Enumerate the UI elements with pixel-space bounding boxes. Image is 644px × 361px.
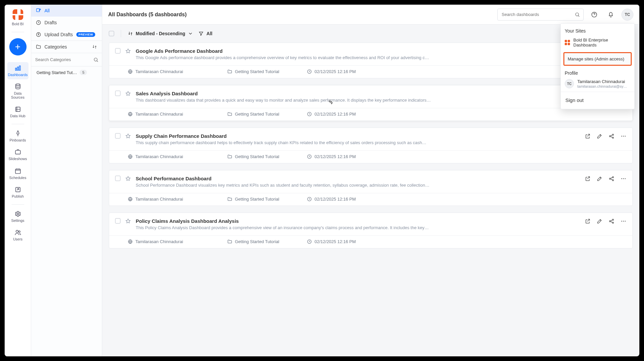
open-new-tab-icon[interactable] xyxy=(585,133,591,139)
manage-sites-button[interactable]: Manage sites (Admin access) xyxy=(563,52,632,66)
search-icon[interactable] xyxy=(575,12,580,17)
filter-label: All xyxy=(206,31,212,36)
nav-upload-drafts[interactable]: Upload Drafts PREVIEW xyxy=(31,29,102,41)
profile-label: Profile xyxy=(561,68,634,77)
search-dashboards-input[interactable] xyxy=(501,12,575,17)
modified-time: 02/12/2025 12:16 PM xyxy=(315,154,356,159)
site-row[interactable]: Bold BI Enterprise Dashboards xyxy=(561,35,634,50)
clock-icon xyxy=(307,197,312,202)
favorite-star-icon[interactable] xyxy=(125,176,131,182)
svg-point-37 xyxy=(623,136,624,137)
rail-item-datahub[interactable]: Data Hub xyxy=(7,103,29,121)
svg-point-53 xyxy=(623,221,624,222)
folder-icon xyxy=(227,154,232,159)
dashboard-description: This dashboard visualizes data that prov… xyxy=(136,98,580,103)
rail-item-schedules[interactable]: Schedules xyxy=(7,165,29,182)
favorite-star-icon[interactable] xyxy=(125,48,131,54)
nav-drafts[interactable]: Drafts xyxy=(31,17,102,29)
globe-icon xyxy=(128,154,133,159)
more-icon[interactable] xyxy=(620,176,626,182)
edit-icon[interactable] xyxy=(597,218,603,224)
divider xyxy=(12,124,24,124)
folder-name: Getting Started Tutorial xyxy=(235,239,279,244)
folder-icon xyxy=(36,44,41,49)
rail-item-users[interactable]: Users xyxy=(7,226,29,244)
profile-row[interactable]: TC Tamilarasan Chinnadurai tamilarasan.c… xyxy=(561,77,634,90)
favorite-star-icon[interactable] xyxy=(125,133,131,139)
clock-icon xyxy=(307,154,312,159)
svg-point-38 xyxy=(625,136,626,137)
edit-icon[interactable] xyxy=(597,176,603,182)
row-checkbox[interactable] xyxy=(115,176,120,181)
open-new-tab-icon[interactable] xyxy=(585,176,591,182)
nav-categories[interactable]: Categories xyxy=(31,41,102,53)
sign-out-button[interactable]: Sign out xyxy=(561,93,634,107)
favorite-star-icon[interactable] xyxy=(125,91,131,97)
help-icon xyxy=(591,11,598,18)
schedules-icon xyxy=(15,168,21,174)
more-icon[interactable] xyxy=(620,218,626,224)
filter-icon xyxy=(198,31,204,36)
folder-icon xyxy=(227,69,232,74)
globe-icon xyxy=(128,112,133,117)
rail-item-pinboards[interactable]: Pinboards xyxy=(7,128,29,145)
select-all-checkbox[interactable] xyxy=(109,31,114,36)
divider xyxy=(121,30,121,37)
row-checkbox[interactable] xyxy=(115,91,120,96)
svg-rect-1 xyxy=(17,67,18,70)
svg-point-44 xyxy=(621,178,622,179)
sort-toggle-icon[interactable] xyxy=(92,44,97,49)
share-icon[interactable] xyxy=(608,133,614,139)
settings-icon xyxy=(15,211,21,217)
dashboard-card[interactable]: Supply Chain Performance Dashboard This … xyxy=(109,128,633,163)
svg-rect-0 xyxy=(15,68,16,70)
dashboard-card[interactable]: Sales Analysis Dashboard This dashboard … xyxy=(109,85,633,121)
svg-rect-5 xyxy=(15,150,20,154)
folder-icon xyxy=(227,112,232,117)
rail-item-settings[interactable]: Settings xyxy=(7,208,29,225)
category-item[interactable]: Getting Started Tut… 5 xyxy=(31,66,102,78)
edit-icon[interactable] xyxy=(597,133,603,139)
row-checkbox[interactable] xyxy=(115,133,120,138)
filter-button[interactable]: All xyxy=(198,31,212,36)
help-button[interactable] xyxy=(588,9,600,21)
create-button[interactable]: + xyxy=(9,38,27,55)
dashboard-description: This supply chain performance dashboard … xyxy=(136,140,580,145)
dashboard-card[interactable]: Policy Claims Analysis Dashboard Analysi… xyxy=(109,213,633,248)
upload-icon xyxy=(36,32,41,37)
clock-icon xyxy=(307,69,312,74)
dashboard-card[interactable]: Google Ads Performance Dashboard This Go… xyxy=(109,43,633,78)
pinboards-icon xyxy=(15,130,21,137)
profile-name: Tamilarasan Chinnadurai xyxy=(577,79,627,84)
dashboard-title: Policy Claims Analysis Dashboard Analysi… xyxy=(136,218,580,224)
publish-icon xyxy=(15,186,21,193)
folder-field: Getting Started Tutorial xyxy=(227,69,294,74)
row-checkbox[interactable] xyxy=(115,218,120,224)
share-icon[interactable] xyxy=(608,218,614,224)
dashboard-card[interactable]: School Performance Dashboard School Perf… xyxy=(109,170,633,206)
rail-item-datasources[interactable]: Data Sources xyxy=(7,81,29,102)
open-new-tab-icon[interactable] xyxy=(585,218,591,224)
owner-field: Tamilarasan Chinnadurai xyxy=(128,197,214,202)
svg-point-46 xyxy=(625,178,626,179)
nav-all[interactable]: All xyxy=(31,5,102,17)
more-icon[interactable] xyxy=(620,133,626,139)
svg-point-3 xyxy=(16,84,20,86)
owner-name: Tamilarasan Chinnadurai xyxy=(135,154,183,159)
sort-button[interactable]: Modified - Descending xyxy=(128,31,193,36)
owner-name: Tamilarasan Chinnadurai xyxy=(135,69,183,74)
rail-item-slideshows[interactable]: Slideshows xyxy=(7,146,29,163)
share-icon[interactable] xyxy=(608,176,614,182)
search-categories-input[interactable] xyxy=(35,55,93,64)
favorite-star-icon[interactable] xyxy=(125,218,131,224)
profile-avatar[interactable]: TC xyxy=(621,9,633,21)
profile-avatar-icon: TC xyxy=(565,79,574,88)
owner-name: Tamilarasan Chinnadurai xyxy=(135,239,183,244)
rail-item-dashboards[interactable]: Dashboards xyxy=(7,62,29,79)
row-checkbox[interactable] xyxy=(115,48,120,53)
profile-popup: Your Sites Bold BI Enterprise Dashboards… xyxy=(560,23,635,109)
modified-field: 02/12/2025 12:16 PM xyxy=(307,239,373,244)
search-icon[interactable] xyxy=(93,57,99,62)
rail-item-publish[interactable]: Publish xyxy=(7,184,29,201)
notifications-button[interactable] xyxy=(605,9,617,21)
